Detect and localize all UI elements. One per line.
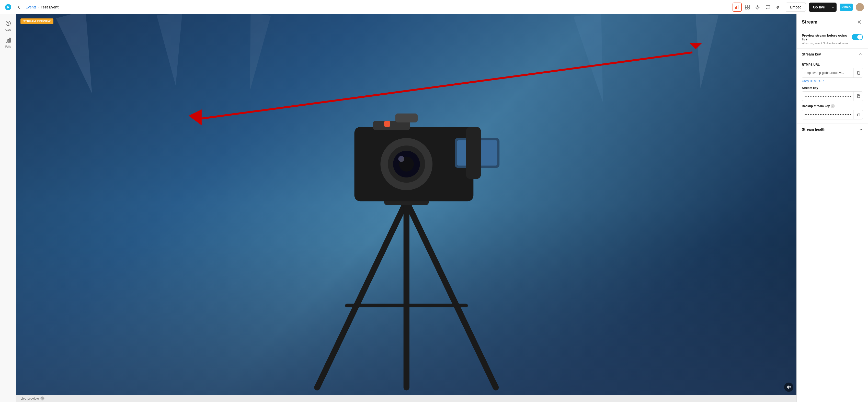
mute-button[interactable] (784, 382, 794, 392)
polls-icon (5, 37, 11, 44)
svg-rect-1 (736, 6, 737, 9)
stream-preview-badge: STREAM PREVIEW (21, 19, 54, 24)
svg-line-14 (317, 201, 406, 387)
svg-rect-28 (466, 127, 481, 179)
topbar-icons (733, 3, 783, 12)
stream-key-accordion-body: RTMPS URL Copy RTMP URL Stream key (797, 63, 868, 123)
center-content: STREAM PREVIEW Live preview ⓘ (17, 14, 797, 402)
topbar: Events › Test Event (0, 0, 868, 14)
user-avatar[interactable] (856, 3, 864, 11)
video-container: STREAM PREVIEW (17, 14, 797, 395)
svg-rect-4 (745, 5, 747, 7)
backup-stream-key-input-row (802, 110, 863, 119)
svg-rect-7 (748, 7, 749, 9)
breadcrumb-parent[interactable]: Events (26, 5, 36, 9)
copy-backup-stream-key-button[interactable] (854, 110, 863, 119)
stream-health-section: Stream health (797, 124, 868, 135)
left-sidebar: Q&A Polls (0, 14, 17, 402)
toggle-label: Preview stream before going live (802, 33, 851, 41)
breadcrumb-separator: › (38, 5, 39, 9)
main-layout: Q&A Polls (0, 14, 868, 402)
chevron-down-icon (859, 127, 863, 132)
video-background: STREAM PREVIEW (17, 14, 797, 395)
chat-icon-button[interactable] (763, 3, 772, 12)
go-live-group: Go live (809, 3, 837, 12)
stream-key-input-row (802, 91, 863, 101)
svg-point-8 (757, 6, 758, 8)
chevron-up-icon (859, 52, 863, 56)
embed-button[interactable]: Embed (786, 3, 806, 12)
svg-line-16 (406, 201, 496, 387)
backup-stream-key-input[interactable] (802, 111, 854, 119)
svg-rect-29 (384, 121, 390, 127)
panel-close-button[interactable] (856, 19, 863, 26)
live-preview-label: Live preview (21, 397, 39, 400)
polls-label: Polls (5, 45, 11, 48)
breadcrumb-current: Test Event (41, 5, 59, 9)
toggle-description: When on, select Go live to start event (802, 42, 851, 45)
stream-key-input[interactable] (802, 92, 854, 100)
svg-rect-6 (745, 7, 747, 9)
toggle-text: Preview stream before going live When on… (802, 33, 851, 45)
sidebar-item-polls[interactable]: Polls (2, 35, 15, 50)
sidebar-item-qa[interactable]: Q&A (2, 19, 15, 33)
vimeo-badge: vimeo (840, 4, 852, 11)
svg-point-10 (8, 24, 8, 25)
stream-health-title: Stream health (802, 127, 826, 132)
analytics-icon-button[interactable] (733, 3, 742, 12)
video-footer: Live preview ⓘ (17, 395, 797, 402)
camera-tripod (17, 14, 797, 395)
link-icon-button[interactable] (773, 3, 783, 12)
stream-key-title: Stream key (802, 52, 821, 56)
go-live-button[interactable]: Go live (809, 3, 829, 12)
toggle-knob (857, 34, 862, 40)
svg-point-24 (398, 156, 404, 162)
go-live-caret-button[interactable] (829, 3, 837, 12)
stream-key-label: Stream key (802, 86, 863, 90)
svg-rect-0 (735, 7, 736, 9)
svg-rect-38 (858, 72, 860, 75)
settings-icon-button[interactable] (753, 3, 762, 12)
rtmps-url-input[interactable] (802, 69, 854, 77)
rtmps-url-label: RTMPS URL (802, 63, 863, 66)
copy-rtmp-url-link[interactable]: Copy RTMP URL (802, 79, 825, 83)
preview-toggle-row: Preview stream before going live When on… (797, 30, 868, 49)
preview-toggle[interactable] (851, 34, 863, 40)
breadcrumb: Events › Test Event (26, 5, 59, 9)
svg-rect-3 (739, 7, 739, 9)
right-panel: Stream Preview stream before going live … (797, 14, 868, 402)
svg-rect-12 (8, 39, 9, 42)
back-button[interactable] (16, 4, 23, 11)
svg-rect-13 (9, 38, 10, 42)
copy-rtmps-url-button[interactable] (854, 68, 863, 78)
panel-header: Stream (797, 14, 868, 30)
backup-stream-key-label: Backup stream key i (802, 104, 863, 108)
copy-stream-key-button[interactable] (854, 91, 863, 101)
panel-title: Stream (802, 20, 817, 25)
stream-key-section: Stream key RTMPS URL Copy (797, 49, 868, 124)
stream-key-accordion-header[interactable]: Stream key (797, 49, 868, 60)
app-logo (4, 3, 12, 11)
svg-rect-5 (748, 5, 749, 7)
live-preview-info-icon: ⓘ (40, 396, 44, 400)
backup-stream-key-info-icon[interactable]: i (831, 104, 835, 108)
svg-rect-30 (395, 114, 417, 122)
rtmps-url-input-row (802, 68, 863, 78)
svg-rect-11 (6, 41, 7, 42)
svg-rect-2 (738, 5, 738, 9)
stream-health-accordion-header[interactable]: Stream health (797, 124, 868, 135)
svg-rect-40 (858, 114, 860, 116)
qa-label: Q&A (5, 28, 11, 31)
layout-icon-button[interactable] (743, 3, 752, 12)
svg-rect-39 (858, 95, 860, 98)
qa-icon (5, 21, 11, 27)
